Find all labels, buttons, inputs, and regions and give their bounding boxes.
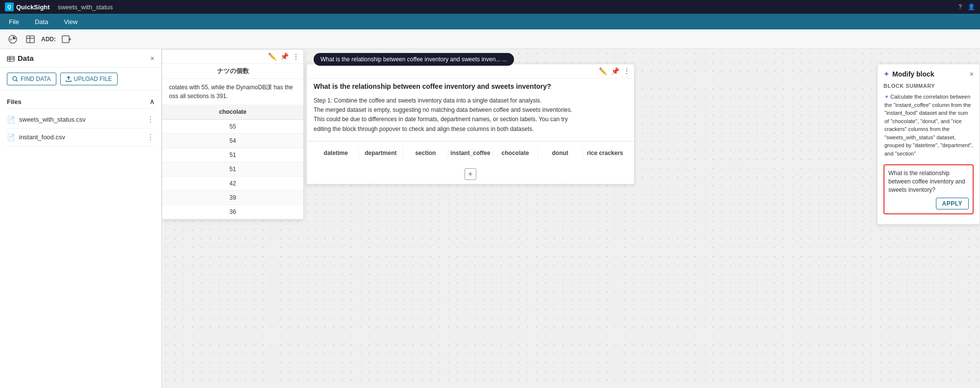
files-collapse-icon[interactable]: ∧ xyxy=(149,98,154,105)
analysis-step1: Step 1: Combine the coffee and sweets in… xyxy=(314,97,541,104)
analysis-more-icon[interactable]: ⋮ xyxy=(623,67,630,75)
table-cell-chocolate: 55 xyxy=(162,120,303,134)
menu-file[interactable]: File xyxy=(6,16,22,27)
table-row: 39 xyxy=(162,191,303,205)
analysis-block: ✏️ 📌 ⋮ What is the relationship between … xyxy=(306,64,635,184)
sidebar-header: Data × xyxy=(0,49,161,68)
analysis-col-chocolate: chocolate xyxy=(493,147,538,159)
svg-line-12 xyxy=(16,80,18,81)
files-header: Files ∧ xyxy=(7,95,154,109)
modify-panel-title-text: Modify block xyxy=(892,70,934,78)
modify-panel-title-area: ✦ Modify block xyxy=(883,70,934,78)
search-icon xyxy=(12,76,18,82)
analysis-edit-icon[interactable]: ✏️ xyxy=(599,67,607,75)
sidebar-title: Data xyxy=(7,54,34,62)
table-row: 55 xyxy=(162,120,303,134)
table-icon[interactable] xyxy=(24,32,37,46)
modify-panel: ✦ Modify block × Block summary ✦ Calcula… xyxy=(877,64,980,225)
upload-icon xyxy=(66,76,72,82)
analysis-text3: This could be due to differences in date… xyxy=(314,116,568,123)
file-item-instant[interactable]: 📄 instant_food.csv ⋮ xyxy=(7,129,154,146)
table-cell-chocolate: 42 xyxy=(162,177,303,191)
file-icon-2: 📄 xyxy=(7,133,15,141)
analysis-columns-row: datetimedepartmentsectioninstant_coffeec… xyxy=(307,141,634,164)
edit-icon[interactable]: ✏️ xyxy=(268,52,276,60)
analysis-col-section: section xyxy=(403,147,448,159)
file-item-left: 📄 sweets_with_status.csv xyxy=(7,116,86,124)
canvas-area: ✏️ 📌 ⋮ ナツの個数 colates with 55, while the … xyxy=(162,49,980,388)
svg-rect-4 xyxy=(62,36,69,43)
block-summary-label: Block summary xyxy=(883,83,974,89)
analysis-col-instant_coffee: instant_coffee xyxy=(448,147,493,159)
apply-button[interactable]: APPLY xyxy=(936,198,969,209)
title-bar: Q QuickSight sweets_with_status ? 👤 xyxy=(0,0,980,14)
table-cell-chocolate: 51 xyxy=(162,162,303,177)
table-header-chocolate: chocolate xyxy=(162,104,303,120)
left-data-panel: ✏️ 📌 ⋮ ナツの個数 colates with 55, while the … xyxy=(162,49,304,220)
sidebar-close-button[interactable]: × xyxy=(150,54,154,62)
table-cell-chocolate: 51 xyxy=(162,148,303,162)
modify-panel-header: ✦ Modify block × xyxy=(883,70,974,78)
svg-point-11 xyxy=(13,77,17,80)
help-icon[interactable]: ? xyxy=(958,3,962,10)
title-bar-right: ? 👤 xyxy=(958,3,975,10)
menu-view[interactable]: View xyxy=(61,16,80,27)
svg-rect-1 xyxy=(26,36,34,43)
analysis-pin-icon[interactable]: 📌 xyxy=(611,67,619,75)
tooltip-text: What is the relationship between coffee … xyxy=(320,56,500,63)
add-block-button[interactable]: + xyxy=(465,168,476,180)
table-row: 54 xyxy=(162,134,303,148)
table-row: 42 xyxy=(162,177,303,191)
modify-panel-close-button[interactable]: × xyxy=(970,70,974,78)
sidebar-title-text: Data xyxy=(18,54,34,62)
analysis-col-rice-crackers: rice crackers xyxy=(583,147,627,159)
app-name: QuickSight xyxy=(16,3,50,11)
analysis-body: Step 1: Combine the coffee and sweets in… xyxy=(307,93,634,141)
document-title: sweets_with_status xyxy=(58,3,113,11)
modify-query-text: What is the relationship between coffee … xyxy=(888,169,969,194)
graph-icon[interactable] xyxy=(6,32,20,46)
add-label: ADD: xyxy=(41,36,56,43)
table-cell-chocolate: 54 xyxy=(162,134,303,148)
desc-line2: oss all sections is 391. xyxy=(169,93,228,100)
more-icon[interactable]: ⋮ xyxy=(293,52,299,60)
table-cell-chocolate: 36 xyxy=(162,205,303,219)
table-row: 36 xyxy=(162,205,303,219)
analysis-toolbar: ✏️ 📌 ⋮ xyxy=(307,64,634,78)
analysis-col-datetime: datetime xyxy=(314,147,359,159)
svg-rect-7 xyxy=(7,56,14,61)
analysis-title: What is the relationship between coffee … xyxy=(307,78,634,93)
files-section: Files ∧ 📄 sweets_with_status.csv ⋮ 📄 ins… xyxy=(0,91,161,150)
user-icon[interactable]: 👤 xyxy=(968,3,975,10)
menu-data[interactable]: Data xyxy=(32,16,51,27)
pin-icon[interactable]: 📌 xyxy=(280,52,289,60)
file-item-left-2: 📄 instant_food.csv xyxy=(7,133,65,141)
left-panel-title: ナツの個数 xyxy=(162,64,303,79)
table-cell-chocolate: 39 xyxy=(162,191,303,205)
table-row: 51 xyxy=(162,162,303,177)
modify-query-box: What is the relationship between coffee … xyxy=(883,164,974,214)
left-data-table: chocolate 55545151423936 xyxy=(162,104,303,219)
upload-file-button[interactable]: UPLOAD FILE xyxy=(60,73,118,85)
sidebar: Data × FIND DATA UPLOAD FILE Files ∧ 📄 xyxy=(0,49,162,388)
main-layout: Data × FIND DATA UPLOAD FILE Files ∧ 📄 xyxy=(0,49,980,388)
sidebar-buttons: FIND DATA UPLOAD FILE xyxy=(0,68,161,91)
file-more-menu[interactable]: ⋮ xyxy=(147,115,154,124)
quicksight-logo: Q QuickSight xyxy=(5,2,50,11)
block-summary-text: ✦ Calculate the correlation between the … xyxy=(883,93,974,157)
file-item-sweets[interactable]: 📄 sweets_with_status.csv ⋮ xyxy=(7,111,154,129)
file-name-2: instant_food.csv xyxy=(19,133,65,141)
tooltip-bubble: What is the relationship between coffee … xyxy=(314,53,514,66)
logo-icon: Q xyxy=(5,2,14,11)
files-label: Files xyxy=(7,98,22,105)
desc-line1: colates with 55, while the DynamoDB課 has… xyxy=(169,84,293,91)
analysis-text2: The merged dataset is empty, suggesting … xyxy=(314,106,572,113)
analysis-col-donut: donut xyxy=(538,147,583,159)
file-more-menu-2[interactable]: ⋮ xyxy=(147,132,154,142)
panel-description: colates with 55, while the DynamoDB課 has… xyxy=(162,79,303,104)
add-block-area: + xyxy=(307,164,634,184)
analysis-text4: editing the block through popover to che… xyxy=(314,126,534,132)
modify-sparkle-icon: ✦ xyxy=(883,70,889,78)
add-dataset-icon[interactable] xyxy=(60,32,74,46)
find-data-button[interactable]: FIND DATA xyxy=(7,73,56,85)
